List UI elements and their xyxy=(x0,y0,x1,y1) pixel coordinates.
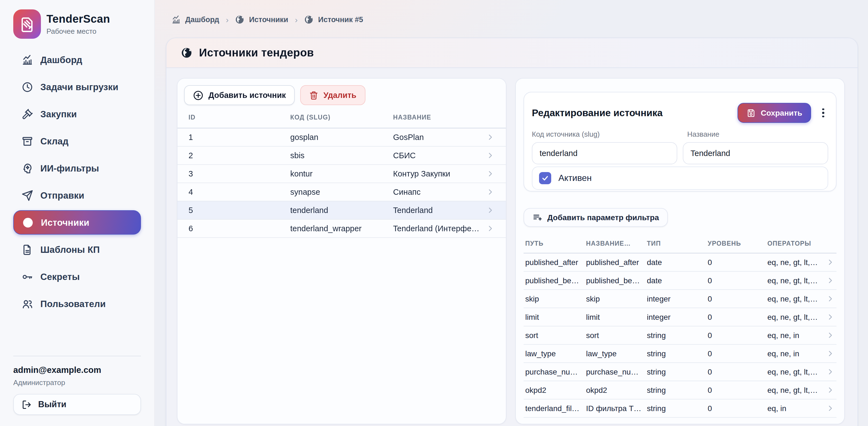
name-field-label: Название xyxy=(687,130,719,138)
filter-param-row[interactable]: limitlimitinteger0eq, ne, gt, lt, i… xyxy=(524,308,836,326)
cell-name: sort xyxy=(586,331,647,340)
table-row[interactable]: 2sbisСБИС xyxy=(178,147,506,165)
cell-name: published_after xyxy=(586,258,647,267)
table-row[interactable]: 6tenderland_wrapperTenderland (Интерфейс… xyxy=(178,220,506,238)
table-row[interactable]: 5tenderlandTenderland xyxy=(178,201,506,220)
sidebar-item-warehouse[interactable]: Склад xyxy=(13,129,141,153)
source-editor-panel: Редактирование источника Сохранить Код и… xyxy=(515,78,845,424)
add-filter-param-button[interactable]: Добавить параметр фильтра xyxy=(524,208,668,227)
chevron-right-icon xyxy=(826,294,835,303)
chevron-right-icon xyxy=(826,313,835,321)
sidebar-item-shipments[interactable]: Отправки xyxy=(13,183,141,207)
sidebar-footer: admin@example.com Администратор Выйти xyxy=(13,356,141,415)
logout-button[interactable]: Выйти xyxy=(13,394,141,415)
cell-slug: tenderland xyxy=(290,206,393,215)
brand: TenderScan Рабочее место xyxy=(0,0,154,39)
globe-icon xyxy=(304,15,314,24)
sidebar-item-sources[interactable]: Источники xyxy=(13,210,141,234)
chevron-right-icon xyxy=(486,169,495,178)
cell-path: okpd2 xyxy=(525,386,586,395)
cell-path: limit xyxy=(525,313,586,321)
filter-param-row[interactable]: published_afterpublished_afterdate0eq, n… xyxy=(524,253,836,272)
cell-type: integer xyxy=(647,313,708,321)
sidebar-item-tasks[interactable]: Задачи выгрузки xyxy=(13,75,141,99)
brain-icon xyxy=(22,162,33,174)
cell-name: published_be… xyxy=(586,276,647,285)
sidebar-item-label: Отправки xyxy=(40,190,84,201)
cell-type: string xyxy=(647,367,708,376)
table-row[interactable]: 3konturКонтур Закупки xyxy=(178,165,506,183)
cell-type: string xyxy=(647,331,708,340)
delete-source-button[interactable]: Удалить xyxy=(300,85,365,105)
cell-id: 1 xyxy=(189,133,290,142)
cell-slug: sbis xyxy=(290,151,393,160)
breadcrumb-item[interactable]: Источник #5 xyxy=(304,15,363,24)
cell-path: published_be… xyxy=(525,276,586,285)
filter-param-row[interactable]: published_be…published_be…date0eq, ne, g… xyxy=(524,272,836,290)
main-content: Дашборд›Источники›Источник #5 Источники … xyxy=(155,0,868,426)
filter-param-row[interactable]: sortsortstring0eq, ne, in xyxy=(524,326,836,345)
cell-name: law_type xyxy=(586,349,647,358)
sidebar-item-dashboard[interactable]: Дашборд xyxy=(13,48,141,72)
chevron-right-icon xyxy=(826,258,835,267)
breadcrumb-item[interactable]: Дашборд xyxy=(172,15,219,24)
cell-name: ID фильтра T… xyxy=(586,404,647,413)
user-email: admin@example.com xyxy=(13,365,141,375)
slug-field-label: Код источника (slug) xyxy=(532,130,687,138)
sidebar-item-secrets[interactable]: Секреты xyxy=(13,264,141,289)
name-input[interactable] xyxy=(683,142,828,164)
filter-param-row[interactable]: okpd2okpd2string0eq, ne, gt, lt, i… xyxy=(524,381,836,399)
cell-name: GosPlan xyxy=(393,133,480,142)
filter-param-row[interactable]: law_typelaw_typestring0eq, ne, in xyxy=(524,345,836,363)
save-button[interactable]: Сохранить xyxy=(738,103,811,123)
list-plus-icon xyxy=(532,212,542,222)
cell-path: tenderland_fil… xyxy=(525,404,586,413)
active-checkbox[interactable] xyxy=(539,172,551,184)
sidebar-item-label: Секреты xyxy=(40,272,80,282)
filter-param-row[interactable]: purchase_nu…purchase_nu…string0eq, ne, g… xyxy=(524,363,836,381)
cell-operators: eq, ne, gt, lt, i… xyxy=(767,386,823,395)
send-icon xyxy=(22,190,33,201)
sources-page-card: Источники тендеров Добавить источник Уда… xyxy=(166,38,858,426)
sidebar-item-ai-filters[interactable]: ИИ-фильтры xyxy=(13,156,141,180)
cell-level: 0 xyxy=(708,331,767,340)
sidebar-item-templates[interactable]: Шаблоны КП xyxy=(13,237,141,262)
filters-table: published_afterpublished_afterdate0eq, n… xyxy=(524,253,836,418)
cell-path: law_type xyxy=(525,349,586,358)
cell-operators: eq, ne, gt, lt, i… xyxy=(767,276,823,285)
column-header: ID xyxy=(189,114,290,120)
breadcrumb-item[interactable]: Источники xyxy=(235,15,288,24)
slug-input[interactable] xyxy=(532,142,677,164)
column-header: НАЗВАНИЕ xyxy=(393,114,480,120)
cell-operators: eq, ne, gt, lt, i… xyxy=(767,367,823,376)
gavel-icon xyxy=(22,108,33,120)
column-header: УРОВЕНЬ xyxy=(708,240,767,247)
users-icon xyxy=(22,298,33,310)
cell-level: 0 xyxy=(708,386,767,395)
cell-id: 3 xyxy=(189,169,290,178)
sources-list-panel: Добавить источник Удалить IDКОД (SLUG)НА… xyxy=(177,78,506,424)
table-row[interactable]: 1gosplanGosPlan xyxy=(178,129,506,147)
filter-param-row[interactable]: tenderland_fil…ID фильтра T…string0eq, i… xyxy=(524,399,836,418)
cell-slug: kontur xyxy=(290,169,393,178)
chevron-right-icon xyxy=(826,349,835,358)
sidebar-item-users[interactable]: Пользователи xyxy=(13,291,141,316)
sidebar-item-label: Задачи выгрузки xyxy=(40,82,118,92)
globe-icon xyxy=(181,47,192,59)
sidebar-item-label: Закупки xyxy=(40,109,77,119)
cell-level: 0 xyxy=(708,276,767,285)
table-row[interactable]: 4synapseСинапс xyxy=(178,183,506,201)
cell-type: string xyxy=(647,349,708,358)
filter-param-row[interactable]: skipskipinteger0eq, ne, gt, lt, i… xyxy=(524,290,836,308)
dashboard-icon xyxy=(22,54,33,65)
cell-operators: eq, ne, in xyxy=(767,331,823,340)
cell-path: published_after xyxy=(525,258,586,267)
sidebar-item-purchases[interactable]: Закупки xyxy=(13,102,141,126)
active-checkbox-row: Активен xyxy=(532,167,828,190)
chevron-right-icon xyxy=(486,151,495,160)
more-options-button[interactable] xyxy=(818,106,828,119)
sources-toolbar: Добавить источник Удалить xyxy=(184,85,499,105)
add-source-button[interactable]: Добавить источник xyxy=(184,85,295,105)
cell-slug: tenderland_wrapper xyxy=(290,224,393,233)
breadcrumb-label: Дашборд xyxy=(185,16,219,24)
